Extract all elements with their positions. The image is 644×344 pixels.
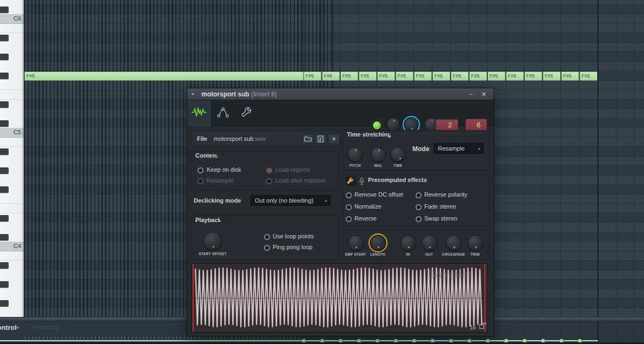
white-key[interactable]	[0, 81, 24, 90]
tab-envelope[interactable]	[211, 100, 235, 126]
velocity-tick[interactable]	[128, 336, 129, 341]
black-key[interactable]	[0, 5, 24, 15]
velocity-tick[interactable]	[106, 336, 107, 341]
black-key[interactable]	[0, 147, 24, 157]
velocity-tick[interactable]	[132, 336, 133, 341]
black-key[interactable]	[0, 280, 24, 289]
velocity-tick[interactable]	[110, 336, 110, 341]
velocity-tick[interactable]	[254, 336, 254, 341]
velocity-tick[interactable]	[102, 336, 103, 341]
resample-radio[interactable]	[198, 178, 203, 184]
stretch-mul-knob[interactable]	[371, 147, 386, 162]
reverse-radio[interactable]	[346, 216, 352, 222]
white-key[interactable]	[0, 24, 24, 34]
midi-note-f5sharp[interactable]: F#5	[359, 72, 377, 81]
velocity-tick[interactable]	[191, 336, 192, 341]
velocity-tick[interactable]	[221, 336, 221, 341]
tab-sample[interactable]	[187, 100, 211, 126]
velocity-tick[interactable]	[228, 336, 229, 341]
velocity-handle[interactable]	[338, 339, 343, 343]
black-key[interactable]	[0, 185, 24, 194]
ping-pong-loop-radio[interactable]	[264, 245, 270, 251]
close-button[interactable]: ✕	[479, 90, 488, 99]
spinner-arrows-icon[interactable]: ›‹	[456, 120, 457, 126]
spinner-arrows-icon[interactable]: ›‹	[484, 120, 485, 125]
velocity-handle[interactable]	[393, 339, 398, 343]
velocity-handle[interactable]	[449, 339, 454, 343]
velocity-tick[interactable]	[195, 336, 195, 341]
velocity-handle[interactable]	[412, 339, 417, 343]
velocity-tick[interactable]	[225, 336, 225, 341]
use-loop-points-radio[interactable]	[264, 234, 270, 240]
midi-note-f5sharp[interactable]: F#5	[524, 72, 543, 81]
declicking-mode-select[interactable]: Out only (no bleeding) ▸	[251, 195, 331, 206]
velocity-tick[interactable]	[117, 336, 118, 341]
black-key-cap[interactable]	[0, 234, 9, 241]
velocity-tick[interactable]	[84, 336, 84, 341]
remove-dc-offset-radio[interactable]	[346, 192, 352, 198]
white-key[interactable]	[0, 289, 24, 299]
velocity-tick[interactable]	[162, 336, 162, 341]
waveform-display[interactable]: Sampler 16	[191, 263, 488, 333]
velocity-tick[interactable]	[43, 336, 44, 341]
velocity-tick[interactable]	[114, 336, 114, 341]
black-key[interactable]	[0, 71, 24, 81]
velocity-tick[interactable]	[29, 336, 29, 341]
black-key[interactable]	[0, 52, 24, 62]
velocity-tick[interactable]	[217, 336, 218, 341]
load-regions-radio[interactable]	[266, 167, 272, 173]
midi-note-f5sharp[interactable]: F#5	[396, 72, 414, 81]
velocity-tick[interactable]	[269, 336, 270, 341]
midi-note-f5sharp[interactable]: F#5	[580, 72, 598, 81]
minimize-button[interactable]: −	[466, 90, 475, 99]
velocity-tick[interactable]	[77, 336, 77, 341]
velocity-tick[interactable]	[280, 336, 280, 341]
velocity-tick[interactable]	[166, 336, 166, 341]
velocity-handle[interactable]	[375, 339, 380, 343]
velocity-tick[interactable]	[140, 336, 140, 341]
crossfade-knob[interactable]	[446, 235, 462, 251]
microphone-icon[interactable]	[359, 177, 365, 185]
black-key[interactable]	[0, 100, 24, 109]
black-key-cap[interactable]	[0, 186, 9, 193]
velocity-handle[interactable]	[577, 339, 582, 343]
length-knob[interactable]	[370, 235, 386, 251]
white-key[interactable]	[0, 223, 24, 232]
stretch-mode-select[interactable]: Resample ▸	[433, 143, 484, 154]
piano-keyboard[interactable]: C6C5C4	[0, 0, 24, 317]
effects-wrench-toggle[interactable]	[345, 177, 356, 186]
white-key[interactable]	[0, 251, 24, 261]
black-key-cap[interactable]	[0, 148, 9, 155]
velocity-tick[interactable]	[99, 336, 100, 341]
velocity-handle[interactable]	[541, 339, 546, 343]
velocity-tick[interactable]	[150, 336, 151, 341]
velocity-handle[interactable]	[320, 339, 325, 343]
velocity-tick[interactable]	[147, 336, 147, 341]
velocity-tick[interactable]	[36, 336, 36, 341]
black-key-cap[interactable]	[0, 120, 9, 127]
velocity-handle[interactable]	[504, 339, 509, 343]
midi-note-f5sharp[interactable]: F#5	[377, 72, 396, 81]
midi-note-f5sharp[interactable]: F#5	[24, 72, 304, 81]
black-key[interactable]	[0, 232, 24, 242]
velocity-tick[interactable]	[88, 336, 88, 341]
velocity-tick[interactable]	[80, 336, 81, 341]
black-key-cap[interactable]	[0, 167, 9, 174]
channel-enable-led[interactable]	[372, 120, 382, 131]
velocity-tick[interactable]	[143, 336, 144, 341]
black-key[interactable]	[0, 166, 24, 176]
white-key[interactable]	[0, 176, 24, 185]
track-value[interactable]: 6 ›‹	[465, 119, 487, 131]
swap-stereo-radio[interactable]	[416, 216, 422, 222]
velocity-tick[interactable]	[298, 336, 299, 341]
velocity-tick[interactable]	[202, 336, 203, 341]
control-selector[interactable]: Control	[0, 324, 16, 332]
stretch-pitch-knob[interactable]	[347, 147, 363, 162]
velocity-tick[interactable]	[32, 336, 33, 341]
black-key-cap[interactable]	[0, 215, 9, 222]
velocity-tick[interactable]	[258, 336, 258, 341]
white-key[interactable]	[0, 62, 24, 72]
smp-start-knob[interactable]	[348, 235, 364, 251]
midi-note-f5sharp[interactable]: F#5	[488, 72, 506, 81]
velocity-tick[interactable]	[55, 336, 55, 341]
